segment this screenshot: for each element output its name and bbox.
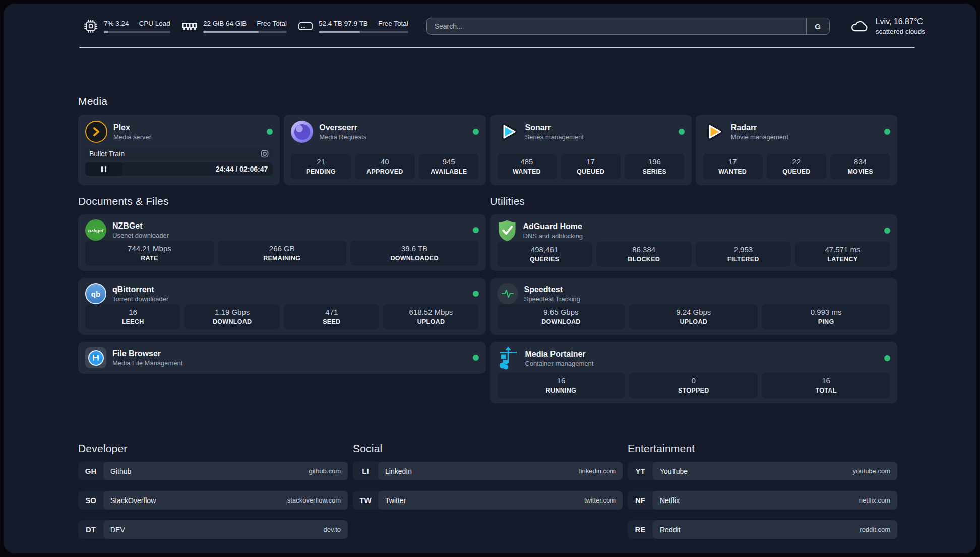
link-name: Reddit xyxy=(660,526,680,534)
app-description: Container management xyxy=(525,360,594,367)
overseerr-card[interactable]: Overseerr Media Requests 21 PENDING 40 A… xyxy=(284,115,485,185)
documents-section: Documents & Files nzbget NZBGet Usenet d… xyxy=(78,194,486,381)
stat-label: UPLOAD xyxy=(385,317,476,326)
stat-value: 2,953 xyxy=(698,245,789,255)
stat-label: DOWNLOADED xyxy=(352,254,477,263)
link-url: twitter.com xyxy=(584,496,616,504)
app-name: Overseerr xyxy=(319,123,366,132)
search-bar[interactable]: G xyxy=(426,18,830,35)
stat-label: RUNNING xyxy=(499,386,624,395)
radarr-icon xyxy=(703,121,725,143)
qbittorrent-card[interactable]: qb qBittorrent Torrent downloader 16 LEE… xyxy=(78,278,486,335)
stat-box: 17 WANTED xyxy=(703,154,763,179)
filebrowser-card[interactable]: File Browser Media File Management xyxy=(78,342,486,374)
stat-value: 16 xyxy=(87,307,178,317)
stat-box: 9.24 Gbps UPLOAD xyxy=(629,304,758,329)
dashboard-panel: 7% 3.24 CPU Load xyxy=(4,4,976,553)
stat-box: 39.6 TB DOWNLOADED xyxy=(350,241,479,266)
link-url: dev.to xyxy=(324,526,341,533)
status-dot xyxy=(267,129,273,135)
stat-value: 266 GB xyxy=(220,244,344,254)
stat-label: REMAINING xyxy=(220,254,344,263)
stat-box: 196 SERIES xyxy=(625,154,685,179)
app-name: File Browser xyxy=(112,349,182,358)
stat-label: APPROVED xyxy=(357,167,413,176)
search-input[interactable] xyxy=(427,18,806,34)
cpu-metric: 7% 3.24 CPU Load xyxy=(83,19,170,34)
storage-metric: 52.4 TB 97.9 TB Free Total xyxy=(298,19,408,34)
dashboard-main: Media Plex Media server xyxy=(4,94,976,549)
status-dot xyxy=(884,355,890,361)
search-engine-button[interactable]: G xyxy=(806,18,829,34)
storage-total-value: 97.9 TB xyxy=(344,20,368,27)
stat-value: 0.993 ms xyxy=(764,307,888,317)
stat-label: BLOCKED xyxy=(598,255,690,264)
developer-section-title: Developer xyxy=(78,441,348,456)
weather-widget: Lviv, 16.87°C scattered clouds xyxy=(850,17,925,36)
stat-value: 86,384 xyxy=(598,245,690,255)
stat-box: 16 RUNNING xyxy=(497,373,626,398)
link-name: DEV xyxy=(110,526,125,534)
weather-location: Lviv, 16.87°C xyxy=(876,17,925,27)
link-row-github[interactable]: GH Github github.com xyxy=(78,462,348,480)
link-row-twitter[interactable]: TW Twitter twitter.com xyxy=(353,491,623,510)
stat-value: 1.19 Gbps xyxy=(187,307,278,317)
stat-label: DOWNLOAD xyxy=(187,317,278,326)
plex-card[interactable]: Plex Media server Bullet Train xyxy=(78,115,280,185)
portainer-icon xyxy=(497,347,519,370)
app-name: AdGuard Home xyxy=(523,222,583,231)
sonarr-card[interactable]: Sonarr Series management 485 WANTED 17 Q… xyxy=(490,115,692,185)
pause-button[interactable] xyxy=(85,162,122,176)
status-dot xyxy=(473,129,479,135)
link-row-youtube[interactable]: YT YouTube youtube.com xyxy=(628,462,897,480)
stat-value: 834 xyxy=(832,157,888,167)
app-description: DNS and adblocking xyxy=(523,232,583,240)
stat-label: WANTED xyxy=(705,167,761,176)
now-playing-row: Bullet Train xyxy=(85,148,273,160)
load-label: Load xyxy=(155,20,170,27)
link-name: LinkedIn xyxy=(385,467,412,475)
radarr-card[interactable]: Radarr Movie management 17 WANTED 22 QUE… xyxy=(696,115,897,185)
link-row-stackoverflow[interactable]: SO StackOverflow stackoverflow.com xyxy=(78,491,348,510)
link-row-dev[interactable]: DT DEV dev.to xyxy=(78,520,348,539)
portainer-card[interactable]: Media Portainer Container management 16 … xyxy=(490,342,898,403)
status-dot xyxy=(884,228,890,234)
app-description: Media File Management xyxy=(112,359,182,367)
status-dot xyxy=(679,129,685,135)
link-name: StackOverflow xyxy=(110,496,156,505)
stat-label: UPLOAD xyxy=(631,317,756,326)
entertainment-section-title: Entertainment xyxy=(628,441,897,456)
link-row-linkedin[interactable]: LI LinkedIn linkedin.com xyxy=(353,462,623,480)
documents-section-title: Documents & Files xyxy=(78,194,486,208)
stat-value: 39.6 TB xyxy=(352,244,477,254)
stat-label: PING xyxy=(764,317,888,326)
storage-free-value: 52.4 TB xyxy=(319,20,342,27)
status-dot xyxy=(473,291,479,297)
stat-box: 16 LEECH xyxy=(85,304,180,329)
stat-value: 9.24 Gbps xyxy=(631,307,756,317)
stat-label: LEECH xyxy=(87,317,178,326)
player-controls-row: 24:44 / 02:06:47 xyxy=(85,162,273,176)
system-metrics: 7% 3.24 CPU Load xyxy=(83,19,408,34)
stat-value: 618.52 Mbps xyxy=(385,307,476,317)
nzbget-card[interactable]: nzbget NZBGet Usenet downloader 744.21 M… xyxy=(78,214,486,271)
player-settings-icon[interactable] xyxy=(261,150,269,158)
app-name: Radarr xyxy=(731,123,788,132)
link-row-netflix[interactable]: NF Netflix netflix.com xyxy=(628,491,897,510)
cpu-usage-value: 7% xyxy=(104,20,114,27)
cpu-progress-bar xyxy=(104,31,170,33)
app-description: Series management xyxy=(525,133,584,141)
memory-free-label: Free xyxy=(257,20,271,27)
stat-value: 16 xyxy=(764,376,888,386)
link-name: Twitter xyxy=(385,496,406,505)
link-abbr: DT xyxy=(78,520,103,539)
speedtest-card[interactable]: Speedtest Speedtest Tracking 9.65 Gbps D… xyxy=(490,278,898,335)
link-abbr: TW xyxy=(353,491,378,510)
plex-icon xyxy=(85,121,107,143)
adguard-card[interactable]: AdGuard Home DNS and adblocking 498,461 … xyxy=(490,214,898,271)
link-abbr: LI xyxy=(353,462,378,480)
stat-value: 0 xyxy=(631,376,756,386)
link-row-reddit[interactable]: RE Reddit reddit.com xyxy=(628,520,897,539)
stat-box: 22 QUEUED xyxy=(767,154,827,179)
stat-box: 266 GB REMAINING xyxy=(218,241,346,266)
